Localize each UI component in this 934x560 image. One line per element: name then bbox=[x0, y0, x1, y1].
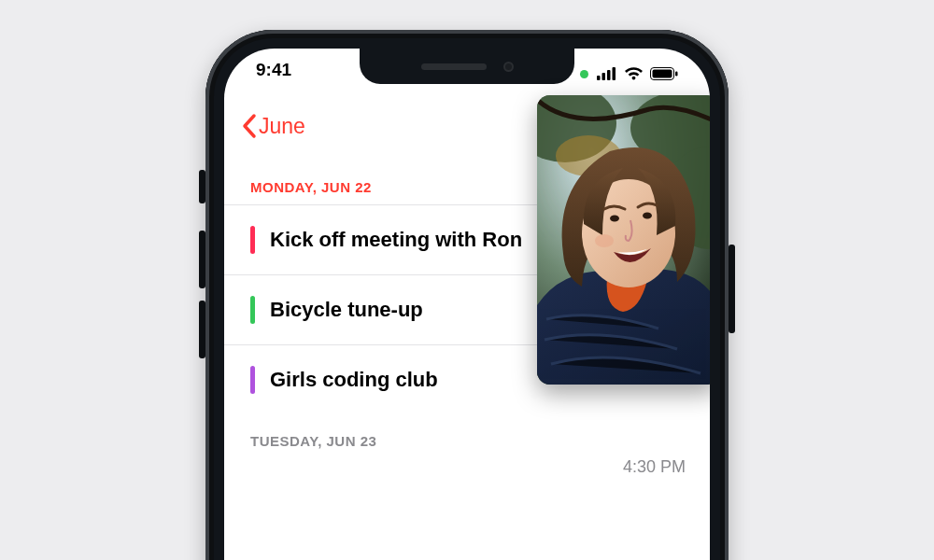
facetime-video-thumbnail bbox=[537, 95, 710, 385]
event-time: 4:30 PM bbox=[623, 457, 686, 477]
volume-up-button[interactable] bbox=[199, 231, 205, 288]
picture-in-picture-window[interactable] bbox=[537, 95, 710, 385]
calendar-color-bar bbox=[250, 226, 255, 254]
status-bar: 9:41 bbox=[224, 60, 710, 88]
camera-in-use-indicator-icon bbox=[580, 70, 588, 78]
event-title: Girls coding club bbox=[270, 368, 438, 392]
cellular-signal-icon bbox=[597, 67, 617, 80]
calendar-color-bar bbox=[250, 296, 255, 324]
volume-down-button[interactable] bbox=[199, 301, 205, 358]
status-time: 9:41 bbox=[256, 60, 291, 88]
chevron-left-icon bbox=[241, 113, 257, 139]
screen: 9:41 June bbox=[224, 49, 710, 560]
svg-point-19 bbox=[610, 216, 619, 222]
power-button[interactable] bbox=[729, 245, 735, 333]
svg-rect-1 bbox=[602, 73, 606, 80]
svg-rect-3 bbox=[613, 67, 616, 80]
calendar-color-bar bbox=[250, 366, 255, 394]
svg-point-21 bbox=[595, 234, 614, 247]
svg-point-20 bbox=[643, 213, 652, 219]
svg-rect-5 bbox=[653, 70, 672, 78]
section-header: Tuesday, Jun 23 bbox=[224, 414, 710, 458]
event-title: Kick off meeting with Ron bbox=[270, 228, 522, 252]
back-button[interactable]: June bbox=[241, 113, 305, 139]
svg-rect-0 bbox=[597, 76, 601, 80]
iphone-device-frame: 9:41 June bbox=[205, 30, 729, 560]
svg-rect-2 bbox=[607, 70, 611, 80]
mute-switch[interactable] bbox=[199, 170, 205, 203]
wifi-icon bbox=[624, 67, 644, 81]
back-label: June bbox=[259, 114, 305, 139]
event-title: Bicycle tune-up bbox=[270, 298, 423, 322]
battery-icon bbox=[650, 67, 678, 80]
svg-rect-6 bbox=[675, 72, 678, 77]
